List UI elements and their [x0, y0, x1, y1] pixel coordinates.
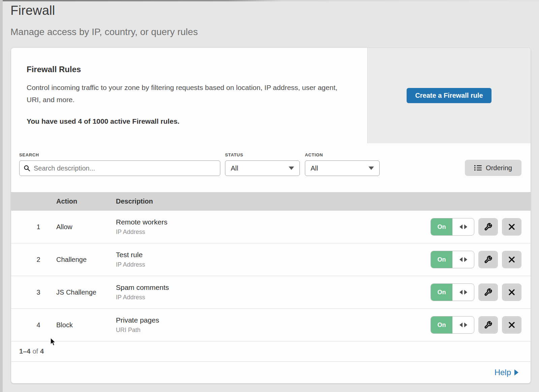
- action-select-value: All: [311, 164, 318, 172]
- window-edge-top: [0, 0, 539, 1]
- pagination-of: of: [32, 348, 38, 355]
- rule-priority: 2: [11, 256, 56, 264]
- wrench-icon: [484, 321, 492, 329]
- search-field[interactable]: [19, 160, 220, 176]
- rule-action: Block: [56, 321, 116, 329]
- ordered-list-icon: [474, 165, 482, 171]
- rule-description-title: Test rule: [116, 251, 431, 259]
- search-input[interactable]: [34, 164, 216, 172]
- rule-action: JS Challenge: [56, 289, 116, 296]
- rule-controls: On: [431, 218, 531, 236]
- delete-rule-button[interactable]: [502, 283, 521, 301]
- toggle-arrows-icon: [452, 284, 474, 301]
- delete-rule-button[interactable]: [502, 251, 521, 268]
- action-label: ACTION: [305, 152, 323, 157]
- toggle-arrows-icon: [452, 316, 474, 333]
- rule-match-type: URI Path: [116, 327, 431, 334]
- help-link-label: Help: [495, 368, 511, 377]
- rule-priority: 3: [11, 289, 56, 296]
- toggle-on-label: On: [431, 316, 452, 333]
- status-select[interactable]: All: [225, 160, 300, 176]
- section-description: Control incoming traffic to your zone by…: [27, 82, 345, 106]
- column-header-action: Action: [56, 198, 116, 205]
- rule-enabled-toggle[interactable]: On: [431, 218, 474, 236]
- ordering-button-label: Ordering: [486, 164, 512, 172]
- intro-text-panel: Firewall Rules Control incoming traffic …: [11, 48, 367, 143]
- rule-priority: 1: [11, 223, 56, 231]
- toggle-on-label: On: [431, 251, 452, 268]
- toggle-on-label: On: [431, 218, 452, 235]
- rule-match-type: IP Address: [116, 294, 431, 301]
- rule-controls: On: [431, 283, 531, 301]
- filters-bar: SEARCH STATUS ACTION All All: [11, 143, 531, 192]
- close-icon: [508, 289, 515, 296]
- edit-rule-button[interactable]: [478, 218, 498, 236]
- delete-rule-button[interactable]: [502, 316, 521, 334]
- help-link[interactable]: Help: [495, 368, 518, 377]
- search-label: SEARCH: [19, 152, 39, 157]
- pagination: 1–4 of 4: [11, 341, 531, 362]
- toggle-arrows-icon: [452, 251, 474, 268]
- page-subtitle: Manage access by IP, country, or query r…: [10, 27, 539, 37]
- card-footer: Help: [11, 362, 531, 383]
- usage-summary: You have used 4 of 1000 active Firewall …: [27, 117, 347, 125]
- toggle-on-label: On: [431, 284, 452, 301]
- rule-description: Private pages URI Path: [116, 316, 431, 334]
- rule-controls: On: [431, 316, 531, 334]
- rule-controls: On: [431, 251, 531, 268]
- table-row: 2 Challenge Test rule IP Address On: [11, 243, 531, 276]
- rule-description: Test rule IP Address: [116, 251, 431, 268]
- page-header: Firewall Manage access by IP, country, o…: [0, 0, 539, 37]
- close-icon: [508, 256, 515, 263]
- page-title: Firewall: [10, 3, 539, 18]
- rule-description: Spam comments IP Address: [116, 283, 431, 301]
- chevron-down-icon: [289, 167, 294, 170]
- rule-priority: 4: [11, 321, 56, 329]
- edit-rule-button[interactable]: [478, 251, 498, 268]
- arrow-right-icon: [514, 369, 518, 375]
- table-header: Action Description: [11, 192, 531, 211]
- window-edge-left: [0, 0, 3, 392]
- edit-rule-button[interactable]: [478, 283, 498, 301]
- rule-description: Remote workers IP Address: [116, 218, 431, 236]
- wrench-icon: [484, 288, 492, 296]
- intro-section: Firewall Rules Control incoming traffic …: [11, 48, 531, 143]
- table-row: 1 Allow Remote workers IP Address On: [11, 211, 531, 243]
- rule-enabled-toggle[interactable]: On: [431, 283, 474, 301]
- rule-description-title: Private pages: [116, 316, 431, 324]
- firewall-rules-card: Firewall Rules Control incoming traffic …: [11, 48, 531, 383]
- wrench-icon: [484, 255, 492, 264]
- rule-match-type: IP Address: [116, 229, 431, 236]
- rule-enabled-toggle[interactable]: On: [431, 316, 474, 334]
- ordering-button[interactable]: Ordering: [465, 160, 521, 176]
- close-icon: [508, 223, 515, 231]
- status-select-value: All: [231, 164, 238, 172]
- search-icon: [24, 165, 30, 172]
- rule-description-title: Remote workers: [116, 218, 431, 226]
- rule-match-type: IP Address: [116, 261, 431, 268]
- chevron-down-icon: [369, 167, 374, 170]
- status-label: STATUS: [225, 152, 243, 157]
- action-select[interactable]: All: [305, 160, 380, 176]
- column-header-description: Description: [116, 198, 531, 205]
- section-heading: Firewall Rules: [27, 65, 347, 74]
- create-firewall-rule-button[interactable]: Create a Firewall rule: [407, 88, 492, 103]
- rule-enabled-toggle[interactable]: On: [431, 251, 474, 268]
- rule-action: Allow: [56, 223, 116, 231]
- close-icon: [508, 321, 515, 329]
- rule-action: Challenge: [56, 256, 116, 264]
- pagination-range: 1–4: [19, 348, 30, 355]
- create-rule-panel: Create a Firewall rule: [367, 48, 531, 143]
- delete-rule-button[interactable]: [502, 218, 521, 236]
- toggle-arrows-icon: [452, 218, 474, 235]
- table-row: 4 Block Private pages URI Path On: [11, 309, 531, 341]
- edit-rule-button[interactable]: [478, 316, 498, 334]
- pagination-total: 4: [40, 348, 44, 355]
- table-row: 3 JS Challenge Spam comments IP Address …: [11, 276, 531, 309]
- rule-description-title: Spam comments: [116, 283, 431, 292]
- wrench-icon: [484, 223, 492, 231]
